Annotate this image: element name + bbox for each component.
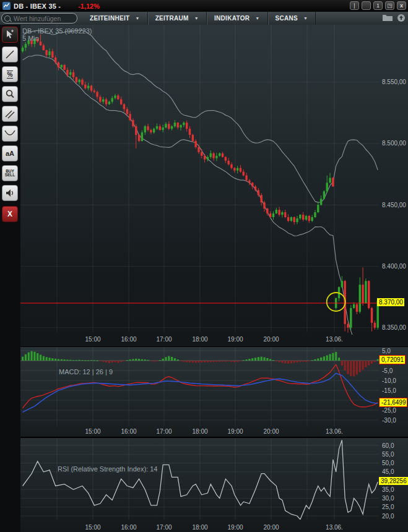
svg-text:16:00: 16:00 [121, 428, 136, 435]
svg-text:60,0: 60,0 [382, 442, 394, 449]
chevron-down-icon: ▼ [194, 16, 199, 20]
buy-sell-icon: BUY SELL [5, 169, 15, 178]
svg-text:8.500,00: 8.500,00 [382, 140, 406, 147]
svg-text:18:00: 18:00 [192, 524, 207, 531]
svg-text:20:00: 20:00 [263, 524, 279, 531]
svg-text:50,0: 50,0 [382, 460, 394, 466]
info-icon[interactable]: | [350, 1, 359, 10]
restore-icon[interactable]: ◳ [385, 1, 394, 10]
svg-text:5,0: 5,0 [382, 348, 391, 354]
drawing-toolbar: % aA BUY SELL X [0, 25, 20, 532]
svg-text:15:00: 15:00 [85, 336, 100, 343]
svg-text:8.350,00: 8.350,00 [382, 324, 406, 331]
svg-text:30,0: 30,0 [382, 495, 394, 502]
sound-button[interactable] [2, 185, 18, 201]
search-icon [4, 15, 11, 22]
last-price-badge: 8.370,00 [377, 298, 404, 306]
svg-text:20:00: 20:00 [263, 336, 279, 343]
svg-text:20,0: 20,0 [382, 513, 394, 520]
title-bar: DB - IBEX 35 - -1,12% | 1 ◳ x [0, 0, 408, 12]
svg-text:13.06.: 13.06. [326, 336, 343, 343]
chevron-down-icon: ▼ [303, 16, 308, 20]
rsi-value-badge: 39,28256 [379, 477, 408, 485]
svg-text:15:00: 15:00 [85, 524, 100, 531]
svg-text:18:00: 18:00 [192, 336, 207, 343]
svg-text:-30,0: -30,0 [382, 417, 396, 424]
magnifier-icon [5, 89, 15, 99]
menu-indikator[interactable]: INDIKATOR ▼ [207, 12, 268, 25]
main-price-chart[interactable]: 15:0016:0017:0018:0019:0020:0013.06.8.55… [20, 25, 408, 346]
svg-text:-5,0: -5,0 [382, 367, 393, 374]
text-button[interactable]: aA [2, 145, 18, 161]
upload-icon[interactable] [397, 14, 406, 22]
close-icon[interactable]: x [397, 1, 406, 10]
close-x-icon: X [7, 210, 12, 218]
search-input[interactable] [12, 14, 71, 23]
menu-zeitraum[interactable]: ZEITRAUM ▼ [148, 12, 207, 25]
svg-text:17:00: 17:00 [156, 524, 171, 531]
speaker-icon [5, 189, 15, 197]
svg-text:16:00: 16:00 [121, 524, 136, 531]
trendline-button[interactable] [2, 46, 18, 62]
chevron-down-icon: ▼ [255, 16, 259, 20]
parallel-lines-icon [5, 109, 15, 119]
svg-text:17:00: 17:00 [156, 336, 171, 343]
line-icon [5, 49, 15, 59]
svg-text:20:00: 20:00 [263, 428, 279, 435]
svg-text:18:00: 18:00 [192, 428, 207, 435]
zoom-button[interactable] [2, 86, 18, 102]
close-chart-button[interactable]: X [2, 206, 18, 222]
percent-icon: % [7, 71, 14, 79]
macd-histogram-value-badge: 0,72091 [379, 355, 406, 364]
text-tool-icon: aA [6, 150, 14, 157]
blank-window-icon[interactable] [362, 1, 371, 10]
svg-text:8.400,00: 8.400,00 [382, 263, 406, 270]
menu-zeiteinheit[interactable]: ZEITEINHEIT ▼ [82, 12, 148, 25]
select-cursor-button[interactable] [2, 27, 18, 43]
svg-text:15:00: 15:00 [85, 428, 100, 435]
svg-text:35,0: 35,0 [382, 486, 394, 493]
trading-app-window: { "titlebar": { "title": "DB - IBEX 35 -… [0, 0, 408, 532]
menu-label: ZEITRAUM [155, 15, 189, 22]
curve-icon [4, 129, 15, 138]
svg-text:-25,0: -25,0 [382, 407, 396, 414]
svg-text:17:00: 17:00 [156, 428, 171, 435]
toolbar: ZEITEINHEIT ▼ ZEITRAUM ▼ INDIKATOR ▼ SCA… [0, 12, 408, 25]
parallel-lines-button[interactable] [2, 106, 18, 122]
svg-text:45,0: 45,0 [382, 468, 394, 475]
macd-indicator-panel[interactable]: 15:0016:0017:0018:0019:0020:0013.06.5,0-… [20, 346, 408, 437]
percent-button[interactable]: % [2, 66, 18, 82]
svg-text:8.550,00: 8.550,00 [382, 79, 406, 85]
rsi-indicator-panel[interactable]: 15:0016:0017:0018:0019:0020:0013.06.60,0… [20, 437, 408, 532]
menu-scans[interactable]: SCANS ▼ [268, 12, 316, 25]
buy-sell-button[interactable]: BUY SELL [2, 165, 18, 181]
window-1-icon[interactable]: 1 [373, 1, 383, 10]
svg-text:-10,0: -10,0 [382, 377, 396, 384]
app-logo-icon [2, 2, 11, 10]
svg-text:19:00: 19:00 [227, 428, 243, 435]
menu-label: ZEITEINHEIT [90, 15, 129, 22]
svg-text:-15,0: -15,0 [382, 387, 396, 394]
svg-text:55,0: 55,0 [382, 451, 394, 458]
curve-button[interactable] [2, 126, 18, 142]
main-menu: ZEITEINHEIT ▼ ZEITRAUM ▼ INDIKATOR ▼ SCA… [82, 12, 316, 25]
svg-text:25,0: 25,0 [382, 504, 394, 510]
svg-text:8.450,00: 8.450,00 [382, 202, 406, 208]
change-percent: -1,12% [78, 2, 100, 10]
svg-text:19:00: 19:00 [227, 336, 243, 343]
macd-line-value-badge: -21,6499 [379, 398, 407, 407]
svg-text:16:00: 16:00 [121, 336, 136, 343]
folder-icon[interactable] [383, 14, 393, 22]
menu-label: SCANS [276, 15, 298, 22]
menu-label: INDIKATOR [214, 15, 250, 22]
chevron-down-icon: ▼ [135, 16, 139, 20]
window-title: DB - IBEX 35 - [14, 2, 61, 10]
svg-text:19:00: 19:00 [227, 524, 243, 531]
search-input-box[interactable] [1, 13, 77, 24]
cursor-plus-icon [5, 30, 15, 40]
svg-text:13.06.: 13.06. [326, 428, 343, 435]
svg-text:13.06.: 13.06. [326, 524, 343, 531]
